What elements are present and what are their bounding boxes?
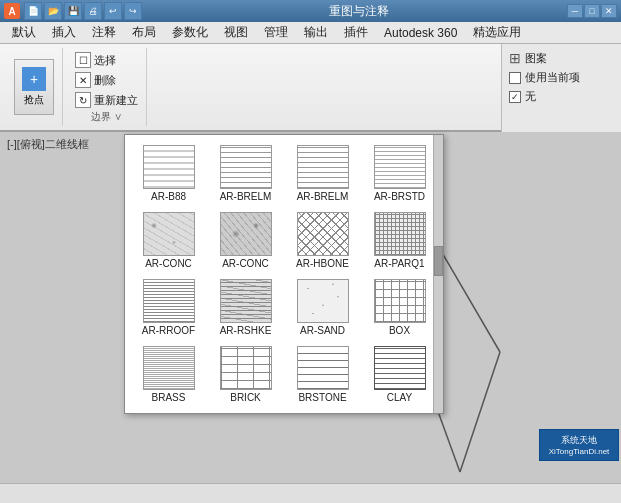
hatch-preview-ar-rroof	[143, 279, 195, 323]
pattern-label: 图案	[525, 51, 547, 66]
hatch-preview-brstone	[297, 346, 349, 390]
window-controls: ─ □ ✕	[567, 4, 617, 18]
hatch-preview-ar-b88	[143, 145, 195, 189]
view-label: [-][俯视]二维线框	[4, 136, 92, 153]
menu-item-插件[interactable]: 插件	[336, 22, 376, 43]
menu-item-输出[interactable]: 输出	[296, 22, 336, 43]
delete-label: 删除	[94, 73, 116, 88]
hatch-label-ar-conc2: AR-CONC	[222, 258, 269, 269]
hatch-label-ar-rshke: AR-RSHKE	[220, 325, 272, 336]
hatch-label-ar-sand: AR-SAND	[300, 325, 345, 336]
menu-item-视图[interactable]: 视图	[216, 22, 256, 43]
menu-item-注释[interactable]: 注释	[84, 22, 124, 43]
none-label: 无	[525, 89, 536, 104]
hatch-pattern-panel: AR-B88 AR-BRELM AR-BRELM AR-BRSTD A	[124, 134, 444, 414]
minimize-button[interactable]: ─	[567, 4, 583, 18]
hatch-item-brass[interactable]: BRASS	[133, 344, 204, 405]
hatch-item-ar-hbone[interactable]: AR-HBONE	[287, 210, 358, 271]
menu-item-Autodesk 360[interactable]: Autodesk 360	[376, 24, 465, 42]
menu-item-默认[interactable]: 默认	[4, 22, 44, 43]
hatch-label-ar-brelm1: AR-BRELM	[220, 191, 272, 202]
hatch-label-ar-brstd: AR-BRSTD	[374, 191, 425, 202]
close-button[interactable]: ✕	[601, 4, 617, 18]
hatch-preview-ar-sand	[297, 279, 349, 323]
hatch-preview-ar-hbone	[297, 212, 349, 256]
canvas-area[interactable]: AR-B88 AR-BRELM AR-BRELM AR-BRSTD A	[0, 132, 621, 483]
select-button[interactable]: ☐ 选择	[71, 50, 120, 70]
hatch-item-ar-sand[interactable]: AR-SAND	[287, 277, 358, 338]
hatch-preview-ar-parq1	[374, 212, 426, 256]
select-label: 选择	[94, 53, 116, 68]
hatch-label-ar-brelm2: AR-BRELM	[297, 191, 349, 202]
new-icon[interactable]: 📄	[24, 2, 42, 20]
save-icon[interactable]: 💾	[64, 2, 82, 20]
hatch-item-ar-parq1[interactable]: AR-PARQ1	[364, 210, 435, 271]
menu-item-布局[interactable]: 布局	[124, 22, 164, 43]
hatch-item-ar-brelm2[interactable]: AR-BRELM	[287, 143, 358, 204]
none-checkbox[interactable]: ✓	[509, 91, 521, 103]
delete-icon: ✕	[75, 72, 91, 88]
hatch-label-box: BOX	[389, 325, 410, 336]
svg-line-1	[460, 352, 500, 472]
undo-icon[interactable]: ↩	[104, 2, 122, 20]
hatch-label-clay: CLAY	[387, 392, 412, 403]
hatch-preview-ar-brstd	[374, 145, 426, 189]
main-area: [-][俯视]二维线框 AR-B88 AR-BRELM	[0, 132, 621, 483]
recreate-button[interactable]: ↻ 重新建立	[71, 90, 142, 110]
hatch-item-brstone[interactable]: BRSTONE	[287, 344, 358, 405]
hatch-preview-ar-conc1	[143, 212, 195, 256]
status-bar	[0, 483, 621, 503]
hatch-item-ar-rshke[interactable]: AR-RSHKE	[210, 277, 281, 338]
none-option[interactable]: ✓ 无	[506, 87, 617, 106]
hatch-item-clay[interactable]: CLAY	[364, 344, 435, 405]
hatch-preview-ar-conc2	[220, 212, 272, 256]
menu-item-插入[interactable]: 插入	[44, 22, 84, 43]
grab-point-button[interactable]: + 抢点	[14, 59, 54, 115]
right-ribbon-panel: ⊞ 图案 使用当前项 ✓ 无	[501, 44, 621, 132]
watermark-line1: XiTongTianDi.net	[549, 447, 610, 456]
hatch-item-ar-conc2[interactable]: AR-CONC	[210, 210, 281, 271]
app-icon: A	[4, 3, 20, 19]
use-current-option[interactable]: 使用当前项	[506, 68, 617, 87]
hatch-item-box[interactable]: BOX	[364, 277, 435, 338]
hatch-item-brick[interactable]: BRICK	[210, 344, 281, 405]
scrollbar[interactable]	[433, 135, 443, 413]
hatch-label-brstone: BRSTONE	[298, 392, 346, 403]
hatch-label-brass: BRASS	[152, 392, 186, 403]
redo-icon[interactable]: ↪	[124, 2, 142, 20]
title-bar: A 📄 📂 💾 🖨 ↩ ↪ 重图与注释 ─ □ ✕	[0, 0, 621, 22]
pattern-icon: ⊞	[509, 50, 521, 66]
hatch-item-ar-conc1[interactable]: AR-CONC	[133, 210, 204, 271]
window-title: 重图与注释	[150, 3, 567, 20]
use-current-label: 使用当前项	[525, 70, 580, 85]
hatch-grid: AR-B88 AR-BRELM AR-BRELM AR-BRSTD A	[133, 143, 435, 405]
hatch-label-ar-conc1: AR-CONC	[145, 258, 192, 269]
menu-item-参数化[interactable]: 参数化	[164, 22, 216, 43]
hatch-item-ar-rroof[interactable]: AR-RROOF	[133, 277, 204, 338]
watermark-line2: 系统天地	[561, 434, 597, 447]
pattern-option[interactable]: ⊞ 图案	[506, 48, 617, 68]
open-icon[interactable]: 📂	[44, 2, 62, 20]
boundary-label[interactable]: 边界 ∨	[71, 110, 142, 124]
select-icon: ☐	[75, 52, 91, 68]
hatch-preview-brick	[220, 346, 272, 390]
menu-item-精选应用[interactable]: 精选应用	[465, 22, 529, 43]
hatch-item-ar-b88[interactable]: AR-B88	[133, 143, 204, 204]
maximize-button[interactable]: □	[584, 4, 600, 18]
grab-point-label: 抢点	[24, 93, 44, 107]
hatch-preview-box	[374, 279, 426, 323]
ribbon: + 抢点 ☐ 选择 ✕ 删除 ↻ 重新建立 边界 ∨ ⊞ 图案 使用当前项 ✓ …	[0, 44, 621, 132]
hatch-preview-ar-brelm2	[297, 145, 349, 189]
hatch-preview-brass	[143, 346, 195, 390]
grab-point-panel: + 抢点	[6, 48, 63, 126]
use-current-checkbox[interactable]	[509, 72, 521, 84]
delete-button[interactable]: ✕ 删除	[71, 70, 120, 90]
hatch-preview-clay	[374, 346, 426, 390]
hatch-item-ar-brstd[interactable]: AR-BRSTD	[364, 143, 435, 204]
hatch-item-ar-brelm1[interactable]: AR-BRELM	[210, 143, 281, 204]
hatch-label-ar-parq1: AR-PARQ1	[374, 258, 424, 269]
menu-item-管理[interactable]: 管理	[256, 22, 296, 43]
print-icon[interactable]: 🖨	[84, 2, 102, 20]
quick-access-toolbar: 📄 📂 💾 🖨 ↩ ↪	[24, 2, 142, 20]
scrollbar-thumb[interactable]	[434, 246, 443, 276]
